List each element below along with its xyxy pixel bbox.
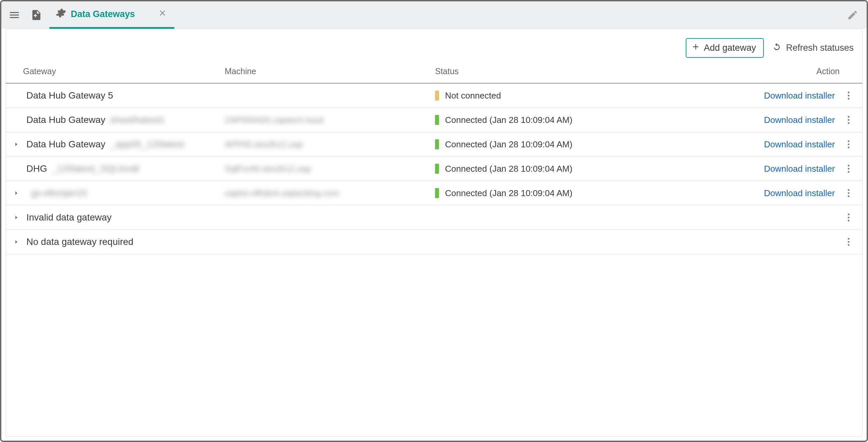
table-row[interactable]: Data Hub Gateway_app05_125latestAPP05.sb… — [6, 132, 862, 157]
refresh-statuses-label: Refresh statuses — [786, 43, 854, 53]
gateway-name: Data Hub Gateway — [26, 139, 105, 150]
content-panel: Add gateway Refresh statuses Gateway Mac… — [5, 29, 863, 437]
gateway-name-redacted: gs-eltonjan15 — [31, 188, 87, 199]
menu-icon[interactable] — [5, 5, 24, 25]
row-menu-icon[interactable] — [844, 211, 854, 224]
row-menu-icon[interactable] — [844, 90, 854, 101]
svg-point-2 — [848, 98, 849, 99]
refresh-statuses-button[interactable]: Refresh statuses — [772, 42, 854, 54]
download-installer-link[interactable]: Download installer — [764, 139, 835, 150]
new-doc-icon[interactable] — [27, 5, 46, 25]
download-installer-link[interactable]: Download installer — [764, 115, 835, 125]
download-installer-link[interactable]: Download installer — [764, 188, 835, 199]
gateway-name-redacted: _app05_125latest — [110, 139, 185, 150]
svg-point-14 — [848, 196, 849, 197]
svg-point-10 — [848, 168, 849, 169]
svg-point-17 — [848, 220, 849, 222]
expand-toggle-icon[interactable] — [11, 214, 22, 220]
expand-toggle-icon[interactable] — [11, 190, 22, 196]
row-menu-icon[interactable] — [844, 236, 854, 248]
table-row[interactable]: Invalid data gateway — [6, 205, 862, 230]
gateway-name: Invalid data gateway — [26, 212, 112, 223]
gateway-name-redacted: _125latest_SQLforall — [52, 164, 139, 174]
svg-point-4 — [848, 119, 849, 121]
gateway-name: No data gateway required — [26, 237, 133, 247]
tab-data-gateways[interactable]: Data Gateways — [50, 1, 174, 29]
gateway-name-redacted: shwethatest1 — [110, 115, 165, 125]
plus-icon — [691, 42, 701, 54]
svg-point-5 — [848, 122, 849, 124]
status-indicator — [435, 115, 439, 125]
svg-point-16 — [848, 216, 849, 218]
row-menu-icon[interactable] — [844, 187, 854, 199]
download-installer-link[interactable]: Download installer — [764, 164, 835, 174]
download-installer-link[interactable]: Download installer — [764, 91, 835, 101]
refresh-icon — [772, 42, 782, 54]
status-text: Not connected — [445, 91, 501, 101]
status-indicator — [435, 139, 439, 149]
status-text: Connected (Jan 28 10:09:04 AM) — [445, 164, 572, 174]
svg-point-12 — [848, 189, 849, 191]
svg-point-19 — [848, 241, 849, 242]
row-menu-icon[interactable] — [844, 114, 854, 126]
col-header-action: Action — [740, 60, 862, 83]
row-menu-icon[interactable] — [844, 163, 854, 175]
machine-name-redacted: SqlFor40.sbx2k12.zap — [225, 164, 311, 174]
col-header-machine[interactable]: Machine — [219, 60, 430, 83]
edit-icon[interactable] — [845, 7, 861, 23]
status-indicator — [435, 188, 439, 198]
table-row[interactable]: DHG_125latest_SQLforallSqlFor40.sbx2k12.… — [6, 157, 862, 181]
svg-point-11 — [848, 171, 849, 173]
row-menu-icon[interactable] — [844, 138, 854, 150]
add-gateway-label: Add gateway — [704, 43, 756, 53]
status-indicator — [435, 91, 439, 100]
status-text: Connected (Jan 28 10:09:04 AM) — [445, 188, 572, 199]
svg-point-20 — [848, 244, 849, 246]
add-gateway-button[interactable]: Add gateway — [686, 38, 764, 58]
svg-point-6 — [848, 140, 849, 142]
machine-name-redacted: APP05.sbx2k12.zap — [225, 139, 303, 149]
svg-point-3 — [848, 116, 849, 118]
svg-point-15 — [848, 213, 849, 215]
gateway-name: DHG — [26, 164, 47, 174]
col-header-gateway[interactable]: Gateway — [6, 60, 219, 83]
gear-icon — [55, 7, 66, 21]
gateway-name: Data Hub Gateway 5 — [26, 90, 113, 101]
svg-point-1 — [848, 94, 849, 96]
expand-toggle-icon[interactable] — [11, 239, 22, 245]
status-text: Connected (Jan 28 10:09:04 AM) — [445, 115, 572, 125]
col-header-status[interactable]: Status — [430, 60, 740, 83]
status-text: Connected (Jan 28 10:09:04 AM) — [445, 139, 572, 150]
close-icon[interactable] — [159, 9, 167, 19]
app-topbar: Data Gateways — [1, 1, 867, 29]
svg-point-9 — [848, 165, 849, 166]
svg-point-18 — [848, 238, 849, 239]
status-indicator — [435, 164, 439, 174]
svg-point-7 — [848, 143, 849, 145]
machine-name-redacted: ZAP000420.zaptech.local — [225, 115, 323, 125]
gateways-table: Gateway Machine Status Action Data Hub G… — [6, 60, 862, 254]
table-row[interactable]: No data gateway required — [6, 230, 862, 254]
svg-point-8 — [848, 147, 849, 148]
expand-toggle-icon[interactable] — [11, 141, 22, 147]
gateway-name: Data Hub Gateway — [26, 115, 105, 125]
table-row[interactable]: Data Hub Gateway 5Not connectedDownload … — [6, 83, 862, 108]
svg-point-0 — [848, 92, 849, 93]
table-row[interactable]: Data Hub Gateway shwethatest1ZAP000420.z… — [6, 108, 862, 132]
svg-point-13 — [848, 192, 849, 194]
tab-label: Data Gateways — [71, 9, 135, 19]
machine-name-redacted: zaptst-offsite4.zaptesting.com — [225, 188, 339, 198]
table-row[interactable]: gs-eltonjan15zaptst-offsite4.zaptesting.… — [6, 181, 862, 205]
